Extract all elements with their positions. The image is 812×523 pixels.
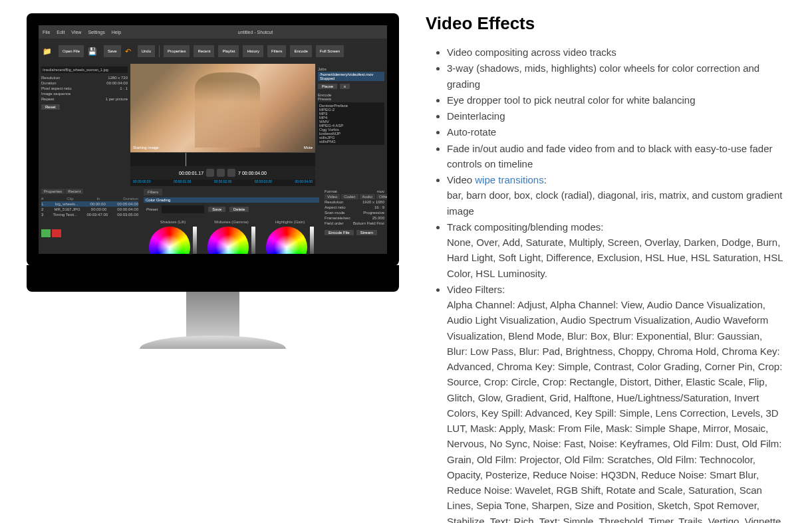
encode-file-button[interactable]: Encode File: [325, 230, 354, 235]
menu-settings[interactable]: Settings: [88, 30, 104, 35]
wheel-highs-label: Highlights (Gain): [275, 220, 305, 224]
presets-list[interactable]: DenisterPreface MPEG-2 MP3 MP4 WMV MPEG-…: [318, 102, 384, 145]
tab-properties[interactable]: Properties: [41, 189, 65, 194]
list-item: Eye dropper tool to pick neutral color f…: [447, 92, 785, 108]
highs-slider[interactable]: [310, 227, 314, 266]
filter-name[interactable]: Color Grading: [146, 198, 170, 202]
mids-slider[interactable]: [251, 227, 255, 266]
encode-button[interactable]: Encode: [290, 45, 311, 57]
fullscreen-button[interactable]: Full Screen: [316, 45, 344, 57]
pause-button[interactable]: Pause: [318, 84, 337, 89]
playhead[interactable]: [186, 153, 186, 166]
playlist-panel: PropertiesRecent # Clip In Duration 1big…: [39, 186, 141, 262]
window-title: untitled - Shotcut: [238, 30, 273, 35]
table-row[interactable]: 2MR_5167.JPG00:00:0000:00:04.00: [41, 207, 138, 212]
fps-value[interactable]: 25.000: [372, 216, 384, 220]
reset-button[interactable]: Reset: [41, 104, 60, 110]
col-in: In: [96, 197, 100, 201]
stream-button[interactable]: Stream: [356, 230, 377, 235]
highs-wheel[interactable]: [266, 227, 307, 266]
skip-back-icon[interactable]: [206, 169, 214, 177]
skip-fwd-icon[interactable]: [227, 169, 235, 177]
format-value[interactable]: mov: [377, 189, 384, 193]
preview-pane: Starting image Mute 00:00:01.17 7 00:00:…: [130, 64, 315, 186]
table-row[interactable]: 1big_wheels...00:00:0000:05:04.00: [41, 201, 138, 207]
repeat-value[interactable]: 1 per picture: [106, 97, 128, 101]
tab-video[interactable]: Video: [325, 194, 340, 199]
undo-icon[interactable]: ↶: [125, 47, 131, 56]
list-item: 3-way (shadows, mids, highlights) color …: [447, 60, 785, 92]
save-icon[interactable]: 💾: [88, 47, 97, 56]
preview-timeline[interactable]: [130, 152, 315, 166]
remove-clip-button[interactable]: [52, 229, 61, 237]
aspect2-value[interactable]: 16 : 9: [374, 205, 384, 209]
save-button[interactable]: Save: [104, 45, 121, 57]
delete-preset-button[interactable]: Delete: [229, 207, 249, 212]
preset-input[interactable]: [162, 205, 204, 213]
jobs-header: Jobs: [318, 67, 327, 71]
table-row[interactable]: 3Timing Testi...00:03:47.0000:03:05.00: [41, 212, 138, 217]
list-item: Auto-rotate: [447, 124, 785, 140]
recent-button[interactable]: Recent: [194, 45, 214, 57]
save-preset-button[interactable]: Save: [208, 207, 225, 212]
filters-button[interactable]: Filters: [267, 45, 286, 57]
preview-image[interactable]: Starting image Mute: [130, 64, 315, 152]
tab-codec[interactable]: Codec: [341, 194, 358, 199]
folder-icon[interactable]: 📁: [43, 47, 52, 56]
presets-label: Presets: [318, 97, 384, 101]
col-num: #: [41, 197, 43, 201]
filters-header[interactable]: Filters: [144, 189, 162, 195]
shadows-wheel[interactable]: [149, 227, 190, 266]
jobs-encode-panel: Jobs /home/ddemery/videofest.mov Stopped…: [315, 64, 387, 186]
list-item: Track compositing/blending modes:None, O…: [447, 219, 785, 281]
time-ruler: 00:00:00.00 00:00:01.00 00:00:02.00 00:0…: [130, 179, 315, 186]
add-clip-button[interactable]: [41, 229, 51, 237]
play-controls: 00:00:01.17 7 00:00:04.00: [130, 166, 315, 179]
menu-edit[interactable]: Edit: [57, 30, 65, 35]
list-item: Video wipe transitions:bar, barn door, b…: [447, 172, 785, 219]
res-value[interactable]: 1920 x 1080: [362, 200, 384, 204]
aspect-value[interactable]: 1 : 1: [120, 86, 128, 90]
close-job-button[interactable]: x: [340, 84, 350, 89]
field-label: Field order: [325, 221, 344, 225]
mids-wheel[interactable]: [207, 227, 249, 266]
preset-label: Preset: [146, 207, 158, 211]
open-button[interactable]: Open File: [59, 45, 84, 57]
playlist-button[interactable]: Playlist: [218, 45, 239, 57]
res-label: Resolution: [325, 200, 343, 204]
scan-label: Scan mode: [325, 211, 344, 215]
list-item: Deinterlacing: [447, 108, 785, 124]
history-button[interactable]: History: [243, 45, 263, 57]
tab-other[interactable]: Other: [376, 194, 392, 199]
wipe-transitions-link[interactable]: wipe transitions: [475, 174, 543, 185]
duration-value[interactable]: 00:00:04:00: [106, 81, 128, 85]
mute-button[interactable]: Mute: [304, 146, 313, 150]
filters-panel: Filters Color Grading Preset Save Delete…: [141, 186, 322, 262]
menu-file[interactable]: File: [43, 30, 50, 35]
properties-button[interactable]: Properties: [164, 45, 190, 57]
undo-button[interactable]: Undo: [138, 45, 155, 57]
tab-audio[interactable]: Audio: [360, 194, 375, 199]
menu-help[interactable]: Help: [112, 30, 121, 35]
article: Video Effects Video compositing across v…: [426, 13, 785, 523]
ruler-mark: 00:00:03.00: [255, 179, 272, 186]
play-icon[interactable]: [217, 169, 225, 177]
camera-icon: [213, 17, 215, 19]
ruler-mark: 00:00:00.00: [133, 179, 150, 186]
preset-item[interactable]: stillsPNG: [319, 140, 383, 144]
col-clip: Clip: [67, 197, 73, 201]
duration-label: Duration: [41, 81, 57, 85]
shadows-slider[interactable]: [193, 227, 197, 266]
resolution-value[interactable]: 1280 x 720: [108, 76, 128, 80]
field-value[interactable]: Bottom Field First: [353, 221, 384, 225]
tc-start: 00:00:01.17: [179, 171, 203, 175]
menu-view[interactable]: View: [71, 30, 81, 35]
job-status: Stopped: [320, 76, 335, 80]
wheel-mids-label: Midtones (Gamma): [214, 220, 248, 224]
app-menubar: File Edit View Settings Help untitled - …: [39, 25, 387, 39]
scan-value[interactable]: Progressive: [363, 211, 384, 215]
repeat-label: Repeat: [41, 97, 54, 101]
format-label: Format: [325, 189, 337, 193]
tab-recent[interactable]: Recent: [65, 189, 83, 194]
aspect-label: Pixel aspect ratio: [41, 86, 72, 90]
